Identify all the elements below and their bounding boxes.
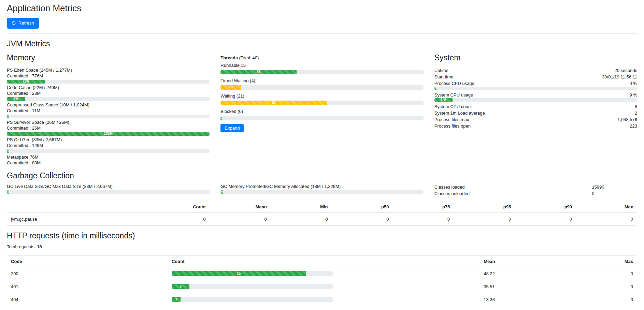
gc-col-p50: p50 (332, 201, 393, 212)
progress-bar-label: 1% (7, 115, 11, 118)
system-row-label: Start time (434, 74, 454, 80)
gc-live-data-column: GC Live Data Size/GC Max Data Size (33M … (7, 184, 210, 197)
gc-col-count: Count (149, 201, 210, 212)
system-row-value: 8 (635, 103, 637, 110)
gc-pause-p75: 0 (393, 212, 454, 225)
system-row-label: System CPU count (434, 103, 472, 110)
memory-item-label: PS Survivor Space (26M / 26M) (7, 119, 210, 125)
header-divider (7, 33, 637, 34)
gc-col-p75: p75 (393, 201, 454, 212)
memory-item-ps-old-gen: PS Old Gen (33M / 2,667M) Committed : 14… (7, 137, 210, 153)
memory-progress-bar: 1% (7, 115, 210, 118)
total-requests: Total requests: 18 (7, 244, 637, 250)
system-row-value: 20 seconds (614, 67, 637, 74)
progress-bar-label: 9 % (441, 98, 446, 102)
system-row-uptime: Uptime 20 seconds (434, 67, 637, 74)
refresh-button[interactable]: Refresh (7, 18, 39, 29)
page-title: Application Metrics (7, 3, 637, 14)
http-row-404: 404 1 13.36 0 (7, 293, 637, 306)
threads-title-bold: Threads (220, 55, 238, 60)
gc-memory-promoted-column: GC Memory Promoted/GC Memory Allocated (… (220, 184, 423, 197)
system-row-label: Process files max (434, 116, 469, 123)
gc-pause-row: jvm.gc.pause 0 0 0 0 0 0 0 0 (7, 212, 637, 225)
memory-item-metaspace: Metaspace 76M Committed : 80M (7, 154, 210, 166)
memory-item-committed: Committed : 23M (7, 90, 210, 96)
thread-progress-bar: 38 (220, 70, 423, 74)
gc-pause-table-header-row: Count Mean Min p50 p75 p95 p99 Max (7, 201, 637, 212)
gc-bar-label: GC Live Data Size/GC Max Data Size (33M … (7, 184, 210, 189)
memory-item-label: Code Cache (22M / 240M) (7, 85, 210, 90)
system-row-files-open: Process files open 223 (434, 123, 637, 129)
memory-progress-bar: 100% (7, 132, 210, 136)
gc-pause-mean: 0 (210, 212, 271, 225)
http-mean: 35.51 (480, 280, 568, 293)
system-row-process-cpu: Process CPU usage 0 % (434, 80, 637, 87)
progress-bar-label: 1% (220, 190, 224, 194)
system-row-label: Uptime (434, 67, 448, 74)
progress-bar-label: 0 (220, 116, 222, 120)
system-row-value: 2 (635, 110, 637, 116)
total-requests-label: Total requests: (7, 244, 36, 249)
memory-progress-bar: 1% (7, 149, 210, 153)
system-row-value: 0 % (630, 80, 637, 87)
gc-classes-column: Classes loaded 15990 Classes unloaded 0 (434, 184, 637, 197)
system-row-files-max: Process files max 1,048,576 (434, 116, 637, 123)
memory-progress-bar: 19% (7, 80, 210, 84)
gc-live-data-progress-bar: 1% (7, 190, 210, 194)
classes-unloaded-label: Classes unloaded (434, 190, 587, 197)
expand-threads-button[interactable]: Expand (220, 124, 244, 133)
gc-col-p99: p99 (515, 201, 576, 212)
memory-item-code-cache: Code Cache (22M / 240M) Committed : 23M … (7, 85, 210, 101)
system-cpu-progress-bar: 9 % (434, 98, 637, 102)
gc-bar-label: GC Memory Promoted/GC Memory Allocated (… (220, 184, 423, 189)
memory-item-committed: Committed : 776M (7, 73, 210, 79)
memory-item-ps-survivor: PS Survivor Space (26M / 26M) Committed … (7, 119, 210, 136)
system-row-label: System CPU usage (434, 92, 473, 98)
gc-pause-table: Count Mean Min p50 p75 p95 p99 Max jvm.g… (7, 201, 637, 226)
system-column: System Uptime 20 seconds Start time 30/0… (434, 52, 637, 166)
refresh-icon (12, 21, 16, 25)
classes-loaded-value: 15990 (586, 184, 637, 190)
thread-label: Waiting (21) (220, 93, 423, 99)
http-col-max: Max (568, 255, 637, 267)
thread-progress-bar: 53 (220, 101, 423, 105)
http-code: 401 (7, 280, 168, 293)
system-row-load-average: System 1m Load average 2 (434, 110, 637, 116)
progress-bar-label: 10 (229, 86, 232, 89)
thread-item-blocked: Blocked (0) 0 (220, 108, 423, 120)
http-mean: 48.22 (480, 267, 568, 280)
http-count-progress-bar: 1 (172, 297, 333, 302)
progress-bar-label: 9% (14, 97, 18, 101)
thread-item-waiting: Waiting (21) 53 (220, 93, 423, 105)
gc-row: GC Live Data Size/GC Max Data Size (33M … (7, 184, 637, 197)
memory-item-committed: Committed : 80M (7, 160, 210, 166)
memory-item-label: PS Eden Space (245M / 1,277M) (7, 67, 210, 73)
memory-item-label: Metaspace 76M (7, 154, 210, 160)
progress-bar-label: 38 (257, 70, 260, 74)
memory-item-committed: Committed : 11M (7, 108, 210, 114)
system-row-value: 30/01/19 11:56:11 (602, 74, 637, 80)
gc-heading: Garbage Collection (7, 171, 637, 180)
memory-item-label: PS Old Gen (33M / 2,667M) (7, 137, 210, 143)
memory-item-committed: Committed : 149M (7, 143, 210, 148)
gc-col-max: Max (576, 201, 637, 212)
thread-item-runnable: Runnable 15 38 (220, 62, 423, 74)
progress-bar-label: 1% (7, 149, 11, 153)
http-col-count: Count (168, 255, 480, 267)
thread-label: Timed Waiting (4) (220, 78, 423, 84)
gc-pause-min: 0 (271, 212, 332, 225)
http-requests-table: Code Count Mean Max 200 15 48.22 0 (7, 255, 637, 306)
system-row-cpu-count: System CPU count 8 (434, 103, 637, 110)
http-count-progress-bar: 15 (172, 271, 333, 276)
metrics-page: Application Metrics Refresh JVM Metrics … (1, 0, 643, 310)
http-row-200: 200 15 48.22 0 (7, 267, 637, 280)
gc-col-p95: p95 (454, 201, 515, 212)
memory-item-committed: Committed : 26M (7, 125, 210, 131)
jvm-metrics-row: Memory PS Eden Space (245M / 1,277M) Com… (7, 52, 637, 166)
system-heading: System (434, 53, 637, 62)
thread-progress-bar: 0 (220, 116, 423, 120)
progress-bar-label: 0 % (434, 87, 439, 90)
http-col-mean: Mean (480, 255, 568, 267)
http-table-header-row: Code Count Mean Max (7, 255, 637, 267)
http-code: 200 (7, 267, 168, 280)
